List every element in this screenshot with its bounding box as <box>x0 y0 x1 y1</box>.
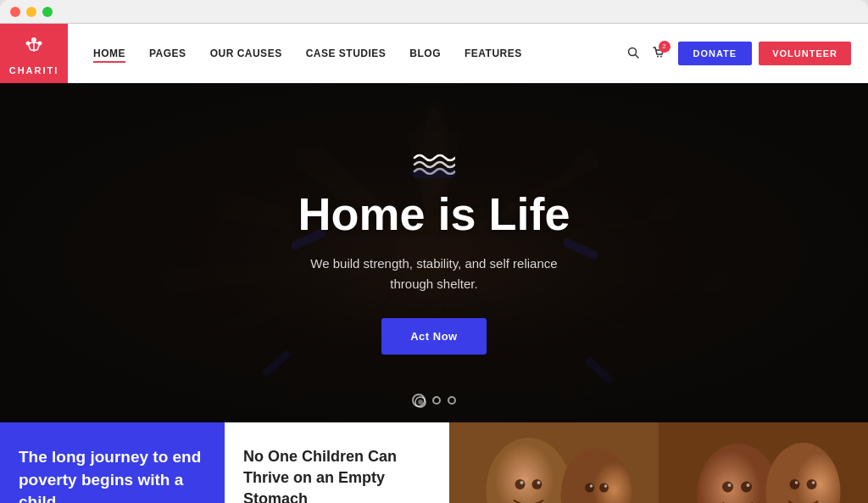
svg-point-0 <box>31 37 36 42</box>
cart-button[interactable]: 2 <box>652 46 665 62</box>
bottom-blue-panel: The long journey to end poverty begins w… <box>0 422 225 503</box>
svg-point-44 <box>790 479 800 489</box>
svg-point-46 <box>728 483 732 487</box>
bottom-blue-text: The long journey to end poverty begins w… <box>19 446 206 503</box>
minimize-button[interactable] <box>26 7 36 17</box>
nav-causes[interactable]: OUR CAUSES <box>210 48 282 59</box>
search-button[interactable] <box>627 47 639 61</box>
logo-text: CHARITI <box>9 65 59 75</box>
svg-point-27 <box>418 400 423 405</box>
act-now-button[interactable]: Act Now <box>381 318 487 355</box>
svg-point-37 <box>590 484 593 488</box>
nav-pages[interactable]: PAGES <box>149 48 186 59</box>
svg-point-35 <box>520 481 524 484</box>
nav-links: HOME PAGES OUR CAUSES CASE STUDIES BLOG … <box>93 48 627 59</box>
svg-point-34 <box>599 483 609 493</box>
svg-point-11 <box>657 55 659 57</box>
browser-body: CHARITI HOME PAGES OUR CAUSES CASE STUDI… <box>0 24 868 503</box>
bottom-section: The long journey to end poverty begins w… <box>0 422 868 503</box>
svg-point-43 <box>741 482 752 493</box>
svg-point-49 <box>812 481 815 484</box>
dot-ring[interactable] <box>412 394 426 407</box>
hero-title: Home is Life <box>298 189 570 239</box>
bottom-photo-1 <box>449 422 659 503</box>
nav-dot-2[interactable] <box>448 396 456 405</box>
bottom-white-panel: No One Children Can Thrive on an Empty S… <box>225 422 449 503</box>
navbar: CHARITI HOME PAGES OUR CAUSES CASE STUDI… <box>0 24 868 83</box>
svg-line-10 <box>635 54 638 58</box>
hero-section: Home is Life We build strength, stabilit… <box>0 83 868 422</box>
svg-line-3 <box>28 42 34 43</box>
logo[interactable]: CHARITI <box>0 24 68 83</box>
nav-dot-1[interactable] <box>432 396 441 405</box>
window-chrome <box>0 0 868 24</box>
svg-point-36 <box>537 481 541 484</box>
hero-subtitle: We build strength, stability, and self r… <box>298 254 570 294</box>
svg-point-45 <box>807 479 817 489</box>
bottom-white-heading: No One Children Can Thrive on an Empty S… <box>243 446 431 503</box>
svg-point-31 <box>515 479 526 489</box>
nav-home[interactable]: HOME <box>93 48 125 59</box>
svg-point-48 <box>795 481 798 484</box>
donate-button[interactable]: DONATE <box>678 42 753 65</box>
nav-features[interactable]: FEATURES <box>465 48 522 59</box>
svg-line-4 <box>34 42 40 43</box>
svg-point-38 <box>604 484 608 488</box>
svg-point-42 <box>722 482 733 493</box>
svg-point-32 <box>532 479 542 489</box>
close-button[interactable] <box>10 7 20 17</box>
wave-icon <box>298 151 570 181</box>
nav-case-studies[interactable]: CASE STUDIES <box>306 48 387 59</box>
svg-point-47 <box>747 483 750 487</box>
nav-blog[interactable]: BLOG <box>409 48 441 59</box>
nav-icons: 2 <box>627 46 665 62</box>
svg-point-12 <box>660 55 662 57</box>
hero-content: Home is Life We build strength, stabilit… <box>298 151 570 354</box>
bottom-photo-2 <box>659 422 868 503</box>
svg-point-33 <box>585 483 594 493</box>
volunteer-button[interactable]: VOLUNTEER <box>759 42 851 65</box>
logo-icon <box>20 31 47 64</box>
hero-dots <box>412 394 456 407</box>
maximize-button[interactable] <box>42 7 53 17</box>
cart-badge: 2 <box>659 41 670 53</box>
nav-buttons: DONATE VOLUNTEER <box>678 42 851 65</box>
